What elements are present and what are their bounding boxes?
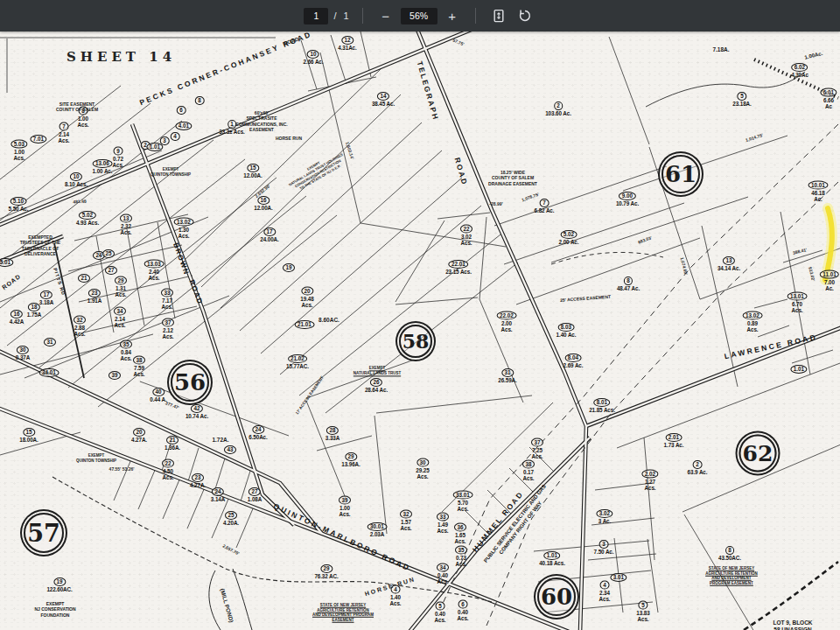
lot-area: 2.40 Acs. — [149, 270, 160, 282]
lot-number: 23 — [88, 289, 101, 298]
parcel-25: 254.20A. — [223, 511, 239, 527]
lot-number: 24 — [252, 425, 264, 434]
parcel-23: 231.91A — [88, 289, 102, 304]
parcel-5.02: 5.022.00 Ac. — [559, 230, 579, 246]
lot-number: 12 — [341, 36, 354, 45]
parcel-34.01: 34.01 — [39, 368, 60, 377]
lot-area: 2.66 Ac. — [304, 60, 324, 66]
parcel-27: 271.08A — [248, 487, 262, 503]
parcel-11.01: 11.017.00 Ac. — [820, 270, 839, 292]
lot-number: 3.01 — [610, 573, 626, 582]
parcel-20: 204.27A. — [131, 428, 147, 444]
lot-number: 3 — [160, 136, 170, 145]
fit-to-page-button[interactable] — [487, 4, 510, 27]
lot-area: 26.59A. — [498, 378, 516, 384]
lot-area: 2.00 Ac. — [559, 240, 579, 246]
lot-number: 5.03 — [10, 140, 27, 149]
lot-number: 43 — [224, 445, 236, 454]
lot-area: 38.45 Ac. — [372, 102, 395, 108]
parcel-22: 223.02 Acs. — [460, 225, 472, 247]
parcel-5.10: 5.105.50 Ac. — [9, 197, 29, 213]
lot-number: 13.02 — [174, 218, 194, 227]
lot-area: 40.18 Acs. — [539, 561, 565, 567]
map-note: 7.18A. — [712, 46, 729, 53]
parcel-20: 2019.48 Acs. — [300, 287, 313, 309]
lot-area: 103.60 Ac. — [545, 111, 571, 117]
parcel-21: 21 — [78, 274, 90, 283]
lot-number: 33.01 — [453, 491, 473, 500]
lot-number: 21 — [166, 436, 178, 444]
pdf-page-tax-map[interactable]: SHEET 14 5.031.00 Acs.7.0172.14 Acs.81.0… — [0, 32, 840, 630]
lot-area: 28.64 Ac. — [365, 388, 388, 394]
lot-area: 0.73 Acs. — [456, 556, 467, 568]
lot-number: 23 — [192, 473, 204, 482]
lot-area: 48.47 Ac. — [617, 286, 640, 292]
lot-number: 20 — [133, 428, 145, 437]
parcel-13.02: 13.021.30 Acs. — [174, 218, 194, 240]
lot-area: 2.32 Acs. — [121, 224, 132, 236]
lot-number: 3.02 — [596, 509, 612, 518]
lot-number: 18 — [28, 303, 40, 312]
lot-number: 21.02 — [288, 354, 308, 363]
parcel-13.01: 13.016.70 Acs. — [788, 292, 808, 314]
parcel-4.01: 4.01 — [175, 122, 192, 130]
block-number-56: 56 — [171, 363, 209, 402]
sheet-title: SHEET 14 — [66, 49, 176, 65]
page-number-input[interactable] — [304, 8, 328, 24]
zoom-in-button[interactable]: + — [441, 4, 464, 27]
lot-number: 10 — [70, 172, 82, 181]
parcel-22.01: 22.0123.15 Acs. — [445, 260, 472, 276]
lot-number: 19 — [53, 578, 66, 586]
zoom-out-button[interactable]: − — [374, 4, 397, 27]
lot-number: 13 — [120, 214, 132, 223]
lot-number: 1.01 — [543, 551, 560, 560]
parcel-6.01: 6.016.66 Ac — [820, 88, 836, 110]
parcel-10: 108.10 Acs. — [65, 172, 88, 188]
lot-area: 0.40 Acs. — [438, 573, 449, 585]
lot-number: 29 — [345, 452, 357, 461]
parcel-5.03: 5.031.00 Acs. — [10, 140, 27, 162]
lot-number: 6.01 — [820, 88, 836, 97]
parcel-19: 19 — [283, 263, 295, 272]
zoom-level-input[interactable]: 56% — [401, 8, 438, 24]
lot-number: 1.01 — [790, 365, 807, 374]
parcel-13.02: 13.020.89 Acs. — [743, 312, 763, 333]
parcel-8.03: 8.031.40 Ac. — [556, 323, 577, 339]
lot-number: 4 — [600, 581, 610, 590]
parcel-15: 1512.00A. — [243, 164, 262, 179]
parcel-5.01: 5.01 — [0, 258, 14, 267]
page-separator: / — [332, 10, 338, 21]
map-note: EXEMPT QUINTON TOWNSHIP — [76, 453, 116, 463]
parcel-5: 523.18A. — [732, 92, 751, 108]
lot-number: 24 — [212, 487, 224, 496]
lot-area: 0.44 A. — [150, 397, 166, 403]
map-note: LOT 9, BLOCK 58 UNASSIGN — [769, 620, 816, 630]
lot-area: 1.00 Acs. — [78, 116, 89, 129]
lot-number: 16 — [10, 310, 23, 318]
map-note: EXEMPT NATURAL LANDS TRUST — [354, 366, 401, 375]
parcel-32: 322.88 Acs. — [74, 316, 86, 338]
fit-to-page-icon — [492, 9, 506, 23]
map-note: 18.25' WIDE COUNTY OF SALEM DRAINAGE EAS… — [488, 170, 537, 186]
parcel-2.01: 2.011.73 Ac. — [664, 433, 684, 449]
lot-number: 13.02 — [743, 312, 763, 320]
lot-number: 25 — [102, 249, 115, 258]
lot-area: 7.25 Acs. — [532, 448, 543, 460]
lot-area: 1.00 Acs. — [340, 506, 351, 518]
parcel-6: 6 — [177, 106, 186, 115]
lot-number: 39 — [339, 496, 351, 505]
lot-number: 10 — [307, 50, 319, 59]
lot-number: 42 — [191, 404, 203, 413]
lot-number: 38 — [133, 356, 145, 365]
lot-area: 24.00A. — [260, 237, 278, 243]
lot-area: 3.14A — [211, 497, 225, 503]
lot-area: 7.00 Ac. — [820, 280, 839, 292]
map-note: SITE EASEMENT COUNTY OF SALEM — [56, 102, 98, 113]
block-number-61: 61 — [662, 155, 700, 193]
lot-area: 4.20A. — [223, 521, 239, 527]
lot-number: 29 — [115, 276, 127, 285]
lot-number: 13.03 — [144, 260, 164, 269]
rotate-button[interactable] — [514, 4, 536, 27]
lot-area: 12.00A. — [254, 206, 272, 212]
parcel-35: 350.73 Acs. — [455, 546, 467, 568]
